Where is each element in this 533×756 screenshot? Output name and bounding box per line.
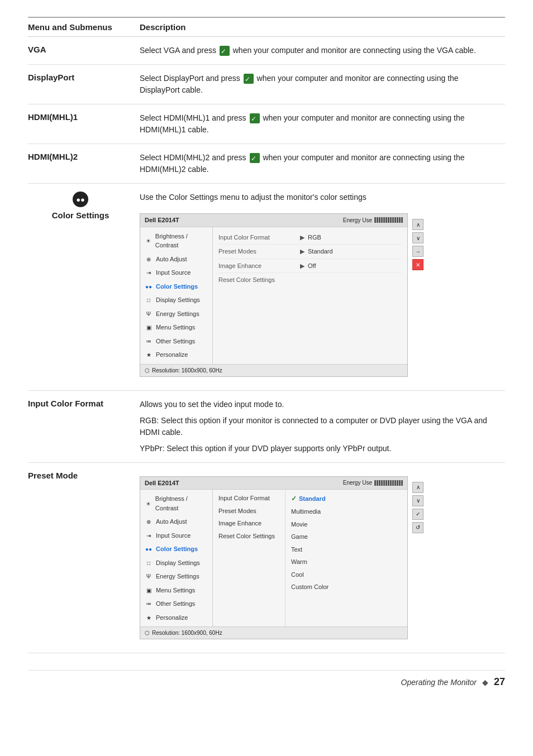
display-icon-2: □	[145, 559, 153, 567]
footer-text: Operating the Monitor	[401, 678, 477, 687]
sidebar-preset-color-settings[interactable]: ●●Color Settings	[140, 542, 212, 556]
sidebar-menu-settings[interactable]: ▣Menu Settings	[140, 320, 212, 334]
sub-item-input-color[interactable]: Input Color Format	[213, 492, 285, 505]
menu-item-preset-mode: Preset Mode	[28, 462, 140, 653]
option-text[interactable]: Text	[285, 543, 407, 556]
desc-preset-mode: Dell E2014T Energy Use	[140, 462, 505, 653]
display-settings-icon: □	[145, 296, 153, 304]
sidebar-preset-energy-settings[interactable]: ΨEnergy Settings	[140, 570, 212, 583]
nav-back-btn[interactable]: ↺	[412, 522, 423, 533]
menu-item-input-color-format: Input Color Format	[28, 390, 140, 462]
sidebar-preset-input-source[interactable]: ⇥Input Source	[140, 529, 212, 543]
sidebar-input-source[interactable]: ⇥Input Source	[140, 266, 212, 280]
footer-diamond: ◆	[482, 678, 488, 687]
menu-item-vga: VGA	[28, 37, 140, 65]
nav-up-btn[interactable]: ∧	[412, 219, 423, 230]
sidebar-display-settings[interactable]: □Display Settings	[140, 293, 212, 307]
menu-icon-2: ▣	[145, 586, 153, 594]
table-row: DisplayPort Select DisplayPort and press…	[28, 65, 505, 104]
nav-close-btn[interactable]: ✕	[412, 259, 423, 270]
option-warm[interactable]: Warm	[285, 556, 407, 568]
nav-down-btn[interactable]: ∨	[412, 232, 423, 243]
sub-item-preset-modes[interactable]: Preset Modes	[213, 505, 285, 518]
sidebar-preset-display-settings[interactable]: □Display Settings	[140, 556, 212, 570]
sidebar-brightness[interactable]: ☀Brightness / Contrast	[140, 229, 212, 252]
resolution-text-preset: Resolution: 1600x900, 60Hz	[152, 629, 222, 637]
input-color-label: Input Color Format	[218, 233, 297, 242]
sidebar-color-settings[interactable]: ●●Color Settings	[140, 280, 212, 294]
other-icon-2: ≔	[145, 600, 153, 607]
sidebar-personalize[interactable]: ★Personalize	[140, 348, 212, 362]
input-color-line3: YPbPr: Select this option if your DVD pl…	[140, 443, 498, 454]
monitor-body-preset: ☀Brightness / Contrast ⊕Auto Adjust ⇥Inp…	[140, 490, 407, 626]
monitor-ui: Dell E2014T Energy Use	[140, 213, 408, 377]
desc-vga: Select VGA and press when your computer …	[140, 37, 505, 65]
color-settings-intro: Use the Color Settings menu to adjust th…	[140, 192, 498, 203]
nav-right-btn[interactable]: →	[412, 246, 423, 257]
option-cool[interactable]: Cool	[285, 568, 407, 581]
sidebar-other-settings[interactable]: ≔Other Settings	[140, 334, 212, 348]
energy-bars-display	[374, 217, 403, 223]
check-icon	[220, 46, 230, 56]
energy-bars-preset	[374, 480, 403, 486]
sidebar-preset-brightness[interactable]: ☀Brightness / Contrast	[140, 492, 212, 515]
desc-displayport: Select DisplayPort and press when your c…	[140, 65, 505, 104]
monitor-title-preset: Dell E2014T	[145, 479, 179, 488]
resolution-icon: ⬡	[145, 366, 150, 375]
sidebar-preset-other-settings[interactable]: ≔Other Settings	[140, 597, 212, 611]
monitor-sidebar: ☀Brightness / Contrast ⊕Auto Adjust ⇥Inp…	[140, 227, 213, 364]
option-custom-color[interactable]: Custom Color	[285, 581, 407, 594]
energy-bar: Energy Use	[343, 216, 403, 224]
monitor-color-settings: Dell E2014T Energy Use	[140, 208, 408, 382]
nav-down-btn-2[interactable]: ∨	[412, 495, 423, 506]
personalize-icon: ★	[145, 351, 153, 358]
input-color-line1: Allows you to set the video input mode t…	[140, 399, 498, 410]
sidebar-preset-personalize[interactable]: ★Personalize	[140, 611, 212, 625]
input-color-line2: RGB: Select this option if your monitor …	[140, 415, 498, 438]
header-menu-col: Menu and Submenus	[28, 17, 140, 37]
input-source-icon: ⇥	[145, 269, 153, 276]
content-row-image-enhance: Image Enhance ▶ Off	[218, 259, 402, 274]
monitor-footer-preset: ⬡ Resolution: 1600x900, 60Hz	[140, 626, 407, 639]
preset-value: Standard	[308, 247, 333, 256]
sidebar-auto-adjust[interactable]: ⊕Auto Adjust	[140, 252, 212, 266]
monitor-header: Dell E2014T Energy Use	[140, 214, 407, 227]
preset-label: Preset Modes	[218, 247, 297, 256]
table-row-preset-mode: Preset Mode Dell E2014T Energy Use	[28, 462, 505, 653]
monitor-header-preset: Dell E2014T Energy Use	[140, 477, 407, 490]
nav-up-btn-2[interactable]: ∧	[412, 482, 423, 493]
option-movie[interactable]: Movie	[285, 518, 407, 531]
sub-item-image-enhance[interactable]: Image Enhance	[213, 517, 285, 530]
menu-settings-icon: ▣	[145, 323, 153, 331]
resolution-icon-2: ⬡	[145, 629, 150, 637]
option-standard[interactable]: ✓ Standard	[285, 492, 407, 505]
energy-settings-icon: Ψ	[145, 310, 153, 318]
table-row: HDMI(MHL)1 Select HDMI(MHL)1 and press w…	[28, 104, 505, 144]
desc-hdmi1: Select HDMI(MHL)1 and press when your co…	[140, 104, 505, 144]
sidebar-energy-settings[interactable]: ΨEnergy Settings	[140, 307, 212, 321]
table-row: VGA Select VGA and press when your compu…	[28, 37, 505, 65]
reset-label: Reset Color Settings	[218, 275, 297, 285]
check-mark: ✓	[291, 494, 297, 504]
image-enhance-value: Off	[308, 261, 316, 271]
color-settings-icon: ●●	[73, 192, 88, 207]
desc-hdmi2: Select HDMI(MHL)2 and press when your co…	[140, 144, 505, 184]
menu-item-hdmi2: HDMI(MHL)2	[28, 144, 140, 184]
sidebar-preset-menu-settings[interactable]: ▣Menu Settings	[140, 583, 212, 597]
color-settings-nav-icon: ●●	[145, 283, 153, 290]
table-row-color-settings: ●● Color Settings Use the Color Settings…	[28, 184, 505, 391]
monitor-body: ☀Brightness / Contrast ⊕Auto Adjust ⇥Inp…	[140, 227, 407, 364]
option-multimedia[interactable]: Multimedia	[285, 505, 407, 518]
nav-check-btn[interactable]: ✓	[412, 509, 423, 520]
sidebar-preset-auto-adjust[interactable]: ⊕Auto Adjust	[140, 515, 212, 529]
option-game[interactable]: Game	[285, 530, 407, 543]
preset-options: ✓ Standard Multimedia Movie Game Text Wa…	[285, 490, 407, 626]
auto-adjust-icon-2: ⊕	[145, 518, 153, 525]
image-enhance-label: Image Enhance	[218, 261, 297, 271]
menu-item-displayport: DisplayPort	[28, 65, 140, 104]
desc-input-color-format: Allows you to set the video input mode t…	[140, 390, 505, 462]
sub-item-reset-color[interactable]: Reset Color Settings	[213, 530, 285, 543]
color-settings-label: Color Settings	[52, 210, 110, 220]
personalize-icon-2: ★	[145, 614, 153, 621]
monitor-content-preset: Input Color Format Preset Modes Image En…	[213, 490, 407, 626]
